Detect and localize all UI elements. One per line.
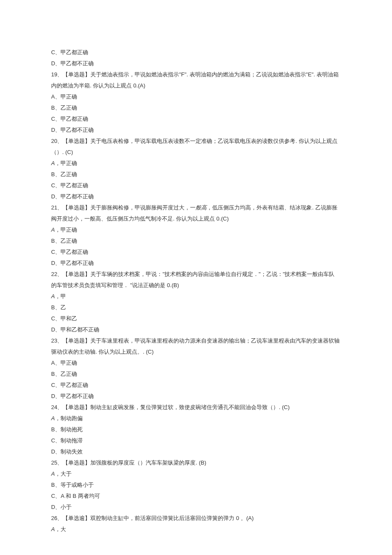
option-b: B、等于或略小于 — [51, 479, 345, 491]
question-23-line1: 23、【单选题】关于车速里程表，甲说车速里程表的动力源来自变速器的输出轴；乙说车… — [51, 335, 345, 346]
text-post: ，低压侧压力均高，外表有结霜、结冰现象. 乙说膨胀 — [207, 204, 337, 211]
question-23-line2: 驱动仪表的主动轴. 你认为以上观点。. (C) — [51, 346, 345, 357]
option-text: ，甲正确 — [55, 160, 77, 166]
question-26: 26、【单选逾】双腔制动主缸中，前活塞回位弹簧比后活塞回位弹簧的弹力 0 。(A… — [51, 513, 345, 524]
italic-letter: A — [51, 526, 55, 532]
option-a: A、甲正确 — [51, 357, 345, 369]
italic-letter: A — [51, 293, 55, 299]
italic-letter: A — [51, 415, 55, 421]
option-a: A，制动跑偏 — [51, 413, 345, 424]
question-22-line1: 22、【单选题】关于车辆的技术档案，甲说："技术档案的内容由运输单位自行规定．"… — [51, 269, 345, 280]
option-b: B、制动抱死 — [51, 424, 345, 435]
option-text: ，大于 — [55, 471, 72, 477]
option-a: A，大 — [51, 524, 345, 535]
option-d: D、甲乙都不正确 — [51, 258, 345, 269]
option-b: B、乙正确 — [51, 169, 345, 180]
option-d: D、甲乙都不正确 — [51, 125, 345, 136]
option-b: B、乙 — [51, 302, 345, 313]
question-21-line1: 21、【单选题】关于膨胀阀检修，甲说膨胀阀开度过大，一般高，低压侧压力均高，外表… — [51, 202, 345, 213]
option-a: A，甲正确 — [51, 158, 345, 169]
question-25: 25、【单选题】加强腹板的厚度应（）汽车车架纵梁的厚度. (B) — [51, 457, 345, 468]
italic-letter: A — [51, 160, 55, 166]
italic-letter: A — [51, 227, 55, 233]
option-c: C、甲乙都正确 — [51, 113, 345, 125]
option-d: D、小于 — [51, 502, 345, 513]
option-b: B、乙正确 — [51, 235, 345, 247]
option-c: C、甲乙都正确 — [51, 247, 345, 258]
option-text: ，制动跑偏 — [55, 415, 83, 421]
question-19-line2: 内的燃油为半箱. 你认为以上观点 0.(A) — [51, 80, 345, 91]
text-pre: 21、【单选题】关于膨胀阀检修，甲说膨胀阀开度过大，一 — [51, 204, 196, 211]
option-text: ，甲 — [55, 293, 66, 299]
question-20-line1: 20、【单选题】关于电压表检修，甲说车载电压表读数不一定准确；乙说车载电压表的读… — [51, 136, 345, 147]
italic-text: 般高 — [196, 204, 207, 211]
question-22-line2: 的车管技术员负责填写和管理． "说法正确的是 0.(B) — [51, 280, 345, 291]
question-19-line1: 19、【单选题】关于燃油表指示，甲说如燃油表指示"F". 表明油箱内的燃油为满箱… — [51, 69, 345, 80]
question-21-line2: 阀开度过小，一般高、低压侧压力均低气制冷不足. 你认为以上观点 0.(C) — [51, 213, 345, 224]
option-c: C、甲和乙 — [51, 313, 345, 324]
option-c: C、甲乙都正确 — [51, 380, 345, 391]
option-c: C、A 和 B 两者均可 — [51, 491, 345, 502]
option-text: ，甲正确 — [55, 227, 77, 233]
option-c: C、甲乙都正确 — [51, 47, 345, 58]
question-20-line2: （）. (C) — [51, 147, 345, 158]
option-d: D、甲和乙都不正确 — [51, 324, 345, 335]
option-d: D、甲乙都不正确 — [51, 391, 345, 402]
option-a: A，大于 — [51, 468, 345, 479]
option-a: A，甲正确 — [51, 224, 345, 235]
italic-letter: A — [51, 471, 55, 477]
option-d: D、制动失效 — [51, 446, 345, 457]
option-text: ，大 — [55, 526, 66, 532]
option-b: B、乙正确 — [51, 102, 345, 113]
option-a: A、甲正确 — [51, 91, 345, 102]
option-c: C、甲乙都正确 — [51, 180, 345, 191]
option-d: D、甲乙都不正确 — [51, 58, 345, 69]
option-b: B、乙正确 — [51, 369, 345, 380]
option-a: A，甲 — [51, 291, 345, 302]
option-d: D、甲乙都不正确 — [51, 191, 345, 202]
option-c: C、制动拖滞 — [51, 435, 345, 446]
question-24: 24、【单选题】制动主缸皮碗发胀，复位弹簧过软，致使皮碗堵住旁通孔不能回油会导致… — [51, 402, 345, 413]
document-page: C、甲乙都正确 D、甲乙都不正确 19、【单选题】关于燃油表指示，甲说如燃油表指… — [0, 0, 392, 555]
